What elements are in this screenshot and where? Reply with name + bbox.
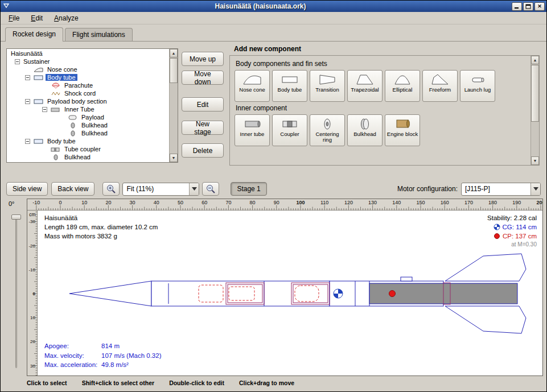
minimize-button[interactable]	[512, 2, 522, 11]
nose-cone-icon	[242, 72, 262, 87]
zoom-in-button[interactable]	[102, 182, 120, 196]
menu-file[interactable]: File	[4, 13, 24, 23]
palette-nose-cone-button[interactable]: Nose cone	[235, 70, 270, 102]
svg-text:80: 80	[250, 200, 256, 205]
palette-freeform-fin-button[interactable]: Freeform	[422, 70, 458, 102]
maximize-button[interactable]	[523, 2, 533, 11]
rocket-dimensions: Length 189 cm, max. diameter 10.2 cm	[44, 222, 158, 232]
tree-item-body-tube-aft[interactable]: Body tube	[7, 137, 168, 145]
svg-text:140: 140	[392, 200, 401, 205]
tree-scrollbar[interactable]: ▲ ▼	[169, 49, 178, 162]
flight-estimates: Apogee:814 m Max. velocity:107 m/s (Mach…	[44, 341, 161, 370]
forward-body-tube-shape[interactable]	[151, 281, 330, 306]
fin-top-shape[interactable]	[445, 254, 526, 281]
tree-item-body-tube[interactable]: Body tube	[7, 73, 168, 81]
cg-value: CG: 114 cm	[503, 222, 537, 232]
rocket-info: Haisunäätä Length 189 cm, max. diameter …	[44, 213, 158, 241]
chevron-down-icon[interactable]	[189, 183, 199, 195]
move-up-button[interactable]: Move up	[182, 52, 224, 66]
tree-item-bulkhead[interactable]: Bulkhead	[7, 129, 168, 137]
slider-track	[15, 217, 17, 368]
tree-item-tube-coupler[interactable]: Tube coupler	[7, 145, 168, 153]
svg-text:10: 10	[30, 315, 35, 320]
move-down-button[interactable]: Move down	[182, 71, 224, 85]
stage-1-toggle[interactable]: Stage 1	[231, 182, 266, 196]
max-acceleration-label: Max. acceleration:	[44, 360, 101, 370]
tree-item-payload[interactable]: Payload	[7, 113, 168, 121]
cp-icon	[493, 233, 500, 240]
rocket-canvas[interactable]: Haisunäätä Length 189 cm, max. diameter …	[38, 211, 542, 376]
back-view-button[interactable]: Back view	[51, 182, 94, 196]
tree-item-inner-tube[interactable]: Inner Tube	[7, 105, 168, 113]
collapse-icon[interactable]	[25, 75, 30, 80]
close-button[interactable]: ✕	[534, 2, 545, 11]
tree-item-parachute[interactable]: Parachute	[7, 81, 168, 89]
tree-item-payload-body-section[interactable]: Payload body section	[7, 97, 168, 105]
palette-launch-lug-button[interactable]: Launch lug	[460, 70, 495, 102]
app-icon	[2, 2, 10, 11]
bulkhead-icon	[66, 130, 80, 137]
collapse-icon[interactable]	[25, 99, 30, 104]
max-velocity-value: 107 m/s (Mach 0.32)	[101, 352, 161, 359]
nose-cone-shape[interactable]	[69, 281, 151, 306]
side-view-button[interactable]: Side view	[6, 182, 48, 196]
palette-engine-block-button[interactable]: Engine block	[385, 114, 420, 146]
cg-marker	[334, 289, 343, 298]
tree-item-sustainer[interactable]: Sustainer	[7, 57, 168, 65]
motor-configuration-select[interactable]: [J115-P]	[461, 183, 541, 196]
zoom-out-button[interactable]	[202, 182, 219, 196]
tab-row: Rocket design Flight simulations	[1, 26, 546, 42]
tab-rocket-design[interactable]: Rocket design	[5, 27, 63, 42]
rocket-view-panel: 0° -100102030405060708090100110120130140…	[5, 199, 543, 376]
scroll-up-icon[interactable]: ▲	[531, 56, 539, 64]
menu-analyze[interactable]: Analyze	[50, 13, 83, 23]
rotation-slider[interactable]	[5, 210, 27, 376]
collapse-icon[interactable]	[15, 59, 20, 64]
apogee-value: 814 m	[101, 343, 120, 349]
svg-text:20: 20	[30, 339, 35, 344]
inner-tube-icon	[242, 117, 262, 131]
nose-cone-icon	[32, 67, 46, 73]
scroll-up-icon[interactable]: ▲	[170, 49, 178, 57]
tree-item-rocket[interactable]: Haisunäätä	[7, 49, 168, 57]
svg-text:180: 180	[488, 200, 497, 205]
scroll-thumb[interactable]	[170, 58, 178, 83]
engine-block-icon	[393, 117, 412, 131]
collapse-icon[interactable]	[25, 139, 30, 144]
tab-flight-simulations[interactable]: Flight simulations	[65, 28, 133, 41]
tree-item-shock-cord[interactable]: Shock cord	[7, 89, 168, 97]
tree-item-bulkhead[interactable]: Bulkhead	[7, 121, 168, 129]
new-stage-button[interactable]: New stage	[182, 121, 224, 135]
scroll-thumb[interactable]	[531, 65, 539, 122]
palette-transition-button[interactable]: Transition	[310, 70, 345, 102]
palette-scrollbar[interactable]: ▲ ▼	[530, 56, 539, 165]
slider-handle[interactable]	[11, 214, 21, 220]
palette-bulkhead-button[interactable]: Bulkhead	[347, 114, 383, 146]
palette-coupler-button[interactable]: Coupler	[272, 114, 307, 146]
palette-body-tube-button[interactable]: Body tube	[272, 70, 307, 102]
payload-icon	[66, 114, 80, 121]
group-label-body: Body components and fin sets	[236, 60, 528, 68]
svg-text:20: 20	[105, 200, 111, 205]
scroll-down-icon[interactable]: ▼	[170, 154, 178, 162]
delete-button[interactable]: Delete	[182, 143, 224, 158]
max-velocity-label: Max. velocity:	[44, 351, 101, 361]
palette-inner-tube-button[interactable]: Inner tube	[235, 114, 270, 146]
tree-item-nose-cone[interactable]: Nose cone	[7, 65, 168, 73]
chevron-down-icon[interactable]	[530, 183, 540, 195]
menu-edit[interactable]: Edit	[26, 13, 47, 23]
palette-title: Add new component	[234, 45, 540, 53]
edit-button[interactable]: Edit	[182, 97, 224, 112]
title-bar[interactable]: Haisunäätä (haisunaata.ork) ✕	[1, 1, 546, 12]
palette-trapezoidal-fin-button[interactable]: Trapezoidal	[347, 70, 383, 102]
stability-info: Stability: 2.28 cal CG: 114 cm CP: 137 c…	[487, 213, 537, 249]
tree-item-bulkhead-aft[interactable]: Bulkhead	[7, 153, 168, 161]
window-title: Haisunäätä (haisunaata.ork)	[10, 2, 511, 10]
zoom-select[interactable]: Fit (11%)	[122, 183, 199, 196]
palette-elliptical-fin-button[interactable]: Elliptical	[385, 70, 420, 102]
collapse-icon[interactable]	[42, 107, 47, 112]
launch-lug-shape[interactable]	[401, 277, 412, 281]
fin-bottom-shape[interactable]	[445, 306, 526, 333]
palette-centering-ring-button[interactable]: Centering ring	[310, 114, 345, 146]
scroll-down-icon[interactable]: ▼	[531, 156, 539, 165]
